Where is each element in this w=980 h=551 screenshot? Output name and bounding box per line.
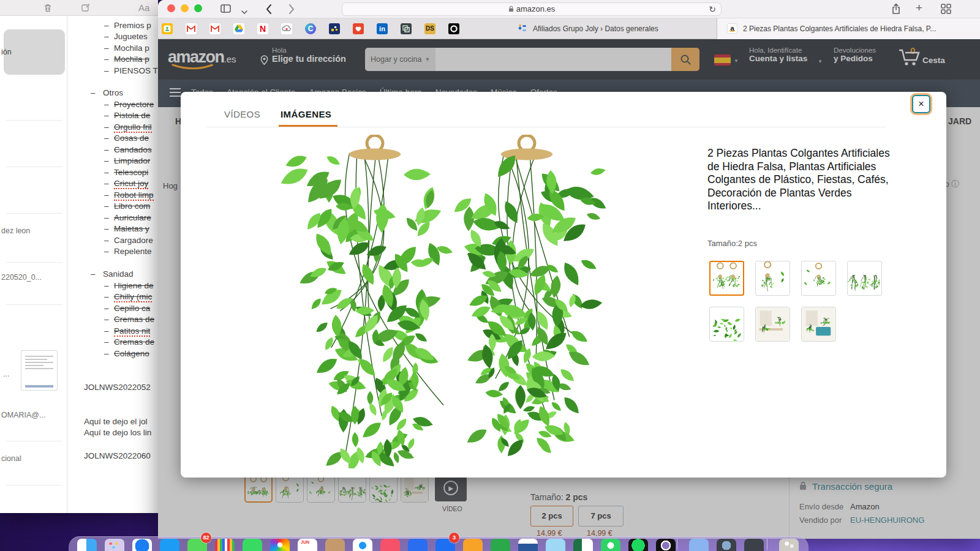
note-item: –Maletas y: [67, 224, 158, 235]
modal-close-button[interactable]: ×: [912, 95, 930, 113]
tab-favicon: [518, 23, 527, 36]
note-item: –Juguetes: [67, 32, 158, 43]
note-row-title[interactable]: OMARIA@...: [1, 411, 45, 419]
tab-videos[interactable]: VÍDEOS: [224, 109, 260, 119]
teams-dock-icon[interactable]: [408, 539, 428, 551]
gallery-thumbnail[interactable]: [709, 307, 744, 342]
canva-favicon[interactable]: C: [305, 23, 316, 34]
ds-app-favicon[interactable]: DS: [424, 23, 435, 34]
note-item: –Mochila p: [67, 43, 158, 54]
launchpad-dock-icon[interactable]: [105, 539, 124, 551]
note-item: –Robot limp: [67, 190, 158, 201]
note-item: –Premios p: [67, 21, 158, 32]
gallery-thumbnail[interactable]: [755, 261, 790, 296]
url-text: amazon.es: [516, 4, 556, 13]
format-icon[interactable]: Aa: [138, 2, 149, 13]
network-dock-icon[interactable]: [717, 539, 736, 551]
drive-favicon[interactable]: [233, 23, 244, 34]
camera-app-favicon[interactable]: [448, 23, 459, 34]
numbers-dock-icon[interactable]: [491, 539, 510, 551]
linkedin-favicon[interactable]: in: [377, 23, 388, 34]
compose-icon[interactable]: [81, 3, 91, 15]
notes-list-pane[interactable]: ión dez leon 220520_0... ... OMARIA@... …: [0, 16, 67, 513]
tab-active[interactable]: a 2 Piezas Plantas Colgantes Artificiale…: [717, 18, 980, 39]
safari-window: amazon.es ↻ + N C in DS Afiliados Grupo …: [158, 0, 980, 539]
tab-bar: N C in DS Afiliados Grupo Joly › Datos g…: [158, 18, 980, 39]
whatsapp-dock-icon[interactable]: [601, 539, 620, 551]
tab-title: 2 Piezas Plantas Colgantes Artificiales …: [743, 24, 970, 33]
tab-images[interactable]: IMÁGENES: [281, 109, 331, 119]
mail-dock-icon[interactable]: [160, 539, 179, 551]
note-item: –Auriculare: [67, 213, 158, 224]
onedrive-dock-icon[interactable]: [546, 539, 565, 551]
gallery-thumbnail[interactable]: [847, 261, 882, 296]
trash-dock-icon[interactable]: [779, 539, 799, 551]
pages-dock-icon[interactable]: [353, 539, 372, 551]
note-attachment-thumbnail[interactable]: [21, 350, 58, 391]
note-paragraph: JOLNWS2022060: [67, 451, 158, 462]
note-item: –Telescopi: [67, 168, 158, 179]
netflix-favicon[interactable]: N: [257, 23, 268, 34]
word-dock-icon[interactable]: [518, 539, 538, 551]
divider: [206, 127, 885, 127]
frames-app-favicon[interactable]: [401, 23, 412, 34]
finder-dock-icon[interactable]: [77, 539, 97, 551]
back-icon[interactable]: [265, 4, 273, 17]
note-row-title[interactable]: ...: [3, 370, 9, 378]
note-item: –Pistola de: [67, 111, 158, 122]
note-item: –Cepillo ca: [67, 304, 158, 315]
address-bar[interactable]: amazon.es ↻: [342, 2, 722, 16]
heart-app-favicon[interactable]: [353, 23, 364, 34]
close-window-button[interactable]: [167, 4, 175, 12]
display-dock-icon[interactable]: [744, 539, 764, 551]
note-row-title[interactable]: cional: [1, 454, 21, 463]
trash-icon[interactable]: [43, 3, 53, 15]
note-row-title[interactable]: ión: [1, 48, 12, 56]
tasks-dock-icon[interactable]: [463, 539, 483, 551]
spotify-dock-icon[interactable]: [628, 539, 648, 551]
safari-dock-icon[interactable]: [132, 539, 152, 551]
note-item: –Chilly (mic: [67, 292, 158, 303]
camera-dock-icon[interactable]: [656, 539, 676, 551]
note-item: –Libro com: [67, 201, 158, 212]
note-item: –Cricut joy: [67, 179, 158, 190]
note-row-title[interactable]: 220520_0...: [1, 273, 42, 282]
excel-dock-icon[interactable]: [573, 539, 593, 551]
gmail-favicon[interactable]: [186, 23, 197, 34]
chevron-down-icon[interactable]: [241, 6, 247, 17]
theater-dock-icon[interactable]: [380, 539, 400, 551]
photos-dock-icon[interactable]: [270, 539, 290, 551]
zoom-window-button[interactable]: [194, 4, 202, 12]
gallery-thumbnail-selected[interactable]: [709, 261, 744, 296]
contacts-favicon[interactable]: [162, 23, 173, 34]
facetime-dock-icon[interactable]: [243, 539, 262, 551]
note-item: –Cargadore: [67, 236, 158, 247]
note-editor[interactable]: –Premios p –Juguetes –Mochila p –Mochila…: [67, 16, 158, 513]
note-row-title[interactable]: dez leon: [1, 227, 30, 235]
gallery-thumbnail[interactable]: [801, 307, 836, 342]
divider: [6, 304, 62, 305]
tab-overview-icon[interactable]: [941, 4, 951, 17]
notes-list-selected-row[interactable]: [4, 29, 65, 75]
gallery-thumbnail[interactable]: [755, 307, 790, 342]
folder-dock-icon[interactable]: [689, 539, 709, 551]
gmail-favicon-2[interactable]: [209, 23, 221, 34]
sidebar-icon[interactable]: [221, 4, 232, 16]
pixel-app-favicon[interactable]: [329, 23, 340, 34]
calendar-dock-icon[interactable]: JUN: [298, 539, 317, 551]
note-item: –Limpiador: [67, 156, 158, 167]
note-item: –Cremas de: [67, 315, 158, 326]
minimize-window-button[interactable]: [181, 4, 189, 12]
tv-dock-icon[interactable]: [215, 539, 235, 551]
books-dock-icon[interactable]: [325, 539, 345, 551]
note-paragraph: Aquí te dejo los lin: [67, 428, 158, 439]
note-item: –Candados: [67, 145, 158, 156]
cloud-favicon[interactable]: [281, 23, 292, 34]
forward-icon[interactable]: [288, 4, 295, 17]
share-icon[interactable]: [891, 3, 901, 17]
new-tab-icon[interactable]: +: [916, 1, 922, 15]
gallery-thumbnail[interactable]: [801, 261, 836, 296]
dock-separator: [677, 539, 677, 550]
tab-inactive[interactable]: Afiliados Grupo Joly › Datos generales: [533, 24, 710, 33]
reload-icon[interactable]: ↻: [709, 3, 716, 15]
